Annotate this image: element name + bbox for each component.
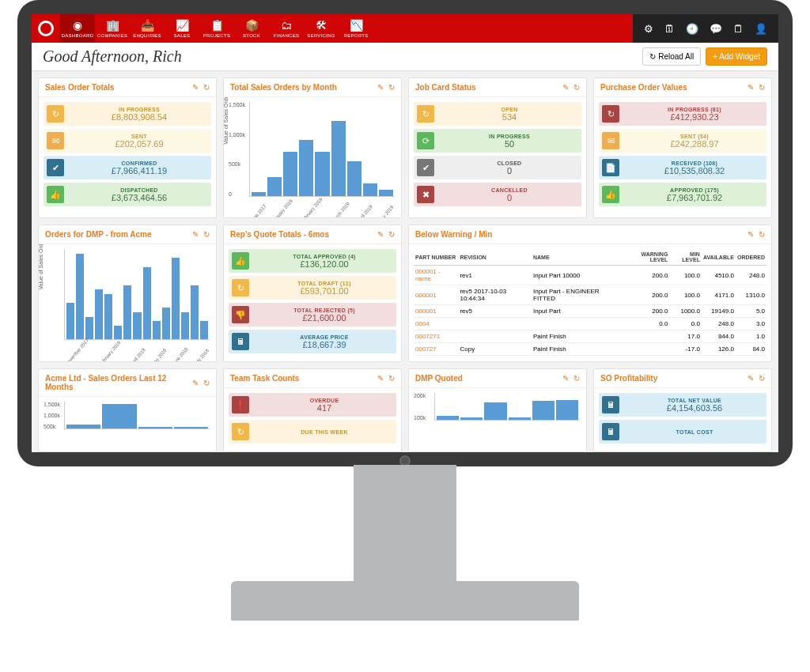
refresh-icon[interactable]: ↻	[388, 374, 395, 383]
edit-icon[interactable]: ✎	[562, 374, 569, 383]
stat-row: 👍DISPATCHED£3,673,464.56	[44, 183, 211, 206]
stat-label: RECEIVED (108)	[626, 160, 763, 166]
calendar-icon[interactable]: 🗓	[664, 23, 675, 35]
nav-projects[interactable]: 📋PROJECTS	[199, 14, 234, 43]
projects-icon: 📋	[210, 19, 224, 32]
app-logo[interactable]	[32, 14, 60, 43]
chart-bar	[379, 190, 393, 196]
refresh-icon[interactable]: ↻	[759, 374, 765, 383]
stat-value: 417	[255, 403, 393, 413]
chart-bar	[162, 308, 170, 339]
nav-companies[interactable]: 🏢COMPANIES	[95, 14, 130, 43]
table-row[interactable]: 00040.00.0248.03.0	[414, 318, 766, 330]
settings-icon[interactable]: ⚙	[644, 23, 653, 35]
edit-icon[interactable]: ✎	[748, 83, 754, 92]
stat-icon: ✔	[417, 159, 434, 176]
stat-label: TOTAL COST	[626, 429, 763, 435]
chart-bar	[252, 192, 266, 196]
edit-icon[interactable]: ✎	[192, 230, 199, 239]
reload-all-button[interactable]: ↻ Reload All	[642, 47, 701, 66]
table-header: NAME	[532, 249, 621, 266]
stat-row: ✉SENT£202,057.69	[44, 129, 211, 153]
table-cell: rev5 2017-10-03 10:44:34	[458, 285, 532, 305]
table-cell: Copy	[458, 343, 532, 356]
edit-icon[interactable]: ✎	[748, 374, 754, 383]
stat-icon: ↻	[47, 105, 64, 123]
chart-bar	[484, 402, 506, 420]
clock-icon[interactable]: 🕘	[686, 23, 698, 35]
table-cell	[532, 318, 621, 330]
nav-sales[interactable]: 📈SALES	[165, 14, 199, 43]
refresh-icon[interactable]: ↻	[759, 230, 765, 239]
refresh-icon[interactable]: ↻	[203, 83, 210, 92]
stat-value: £3,673,464.56	[70, 193, 208, 202]
stat-value: 534	[441, 112, 578, 122]
chart-bar	[315, 152, 329, 196]
table-row[interactable]: 000001rev5 2017-10-03 10:44:34Input Part…	[414, 285, 766, 305]
edit-icon[interactable]: ✎	[192, 83, 199, 92]
widget-title: DMP Quoted	[415, 374, 463, 383]
stat-icon: 👍	[232, 252, 249, 270]
refresh-icon[interactable]: ↻	[388, 230, 395, 239]
table-cell: 0.0	[669, 318, 702, 330]
stat-icon: ↻	[417, 105, 434, 123]
stat-value: £242,288.97	[626, 139, 763, 149]
stat-label: TOTAL REJECTED (5)	[255, 308, 393, 313]
chart-plot	[64, 402, 210, 429]
nav-finances[interactable]: 🗂FINANCES	[269, 14, 304, 43]
stock-table: PART NUMBERREVISIONNAMEWARNING LEVELMIN …	[414, 249, 766, 356]
stat-value: £21,600.00	[255, 313, 393, 323]
user-icon[interactable]: 👤	[755, 23, 767, 35]
table-cell: 0.0	[621, 318, 669, 330]
stat-value: £593,701.00	[255, 286, 393, 296]
x-tick: May 2019	[377, 205, 395, 217]
stat-value: 0	[441, 193, 578, 202]
nav-stock[interactable]: 📦STOCK	[234, 14, 269, 43]
refresh-icon[interactable]: ↻	[573, 83, 580, 92]
x-tick: April 2019	[356, 204, 373, 217]
stat-value: 50	[441, 139, 578, 149]
chat-icon[interactable]: 💬	[710, 23, 722, 35]
x-tick: November 2017	[64, 338, 89, 361]
widget-total-sales-by-month: Total Sales Orders by Month✎↻ Value of S…	[223, 77, 402, 218]
refresh-icon[interactable]: ↻	[388, 83, 395, 92]
edit-icon[interactable]: ✎	[748, 230, 754, 239]
stat-icon: ⟳	[417, 132, 434, 149]
widget-title: Job Card Status	[415, 83, 476, 92]
table-cell: Paint Finish	[532, 330, 621, 343]
chart-bar	[556, 400, 578, 421]
refresh-icon[interactable]: ↻	[573, 374, 580, 383]
edit-icon[interactable]: ✎	[562, 83, 569, 92]
table-cell: 248.0	[736, 266, 766, 285]
edit-icon[interactable]: ✎	[377, 374, 384, 383]
edit-icon[interactable]: ✎	[377, 83, 384, 92]
stat-row: ⟳IN PROGRESS50	[414, 129, 581, 153]
notifications-icon[interactable]: 🗒	[733, 23, 744, 35]
nav-dashboard[interactable]: ◉DASHBOARD	[60, 14, 95, 43]
refresh-icon[interactable]: ↻	[203, 230, 210, 239]
stat-value: £18,667.39	[255, 340, 393, 349]
edit-icon[interactable]: ✎	[377, 230, 384, 239]
stat-label: CONFIRMED	[70, 160, 208, 166]
table-row[interactable]: 000001rev5Input Part200.01000.019149.05.…	[414, 305, 766, 318]
refresh-icon[interactable]: ↻	[759, 83, 765, 92]
stat-value: £136,120.00	[255, 259, 393, 269]
x-tick: August 2018	[214, 343, 216, 361]
widget-so-profitability: SO Profitability✎↻ 🖩TOTAL NET VALUE£4,15…	[593, 368, 772, 452]
table-row[interactable]: 0007271Paint Finish17.0844.01.0	[414, 330, 766, 343]
nav-servicing[interactable]: 🛠SERVICING	[304, 14, 339, 43]
topbar-utilities: ⚙ 🗓 🕘 💬 🗒 👤	[633, 14, 778, 43]
widget-title: Sales Order Totals	[45, 83, 115, 92]
nav-reports[interactable]: 📉REPORTS	[339, 14, 373, 43]
edit-icon[interactable]: ✎	[192, 379, 199, 387]
table-row[interactable]: 000727CopyPaint Finish-17.0126.084.0	[414, 343, 766, 356]
refresh-icon[interactable]: ↻	[203, 379, 210, 387]
table-cell: 17.0	[669, 330, 702, 343]
add-widget-button[interactable]: + Add Widget	[706, 47, 767, 66]
table-row[interactable]: 000001 - namerev1Input Part 10000200.010…	[414, 266, 766, 285]
widget-team-task-counts: Team Task Counts✎↻ ❗OVERDUE417↻DUE THIS …	[223, 368, 402, 452]
nav-enquiries[interactable]: 📥ENQUIRIES	[130, 14, 165, 43]
sub-header: Good Afternoon, Rich ↻ Reload All + Add …	[32, 43, 778, 71]
table-cell	[621, 330, 669, 343]
stat-row: ↻DUE THIS WEEK	[229, 420, 396, 444]
